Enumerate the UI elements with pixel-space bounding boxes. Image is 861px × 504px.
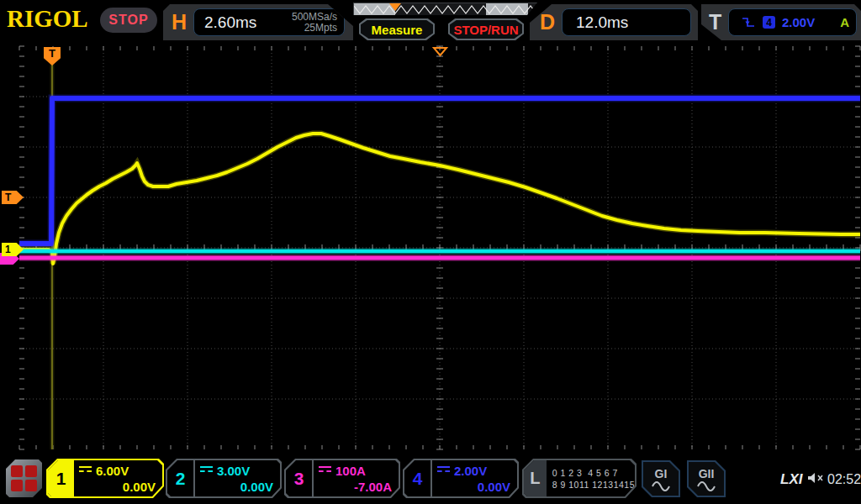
acquisition-status-badge: STOP [100,8,157,33]
channel-2-offset: 0.00V [200,480,273,494]
generator-2-button[interactable]: GII [687,460,726,497]
menu-grid-icon [11,465,37,491]
dc-coupling-icon [200,466,213,475]
brand-logo: RIGOL [7,5,88,33]
delay-reference-marker-icon [432,47,448,57]
trigger-position-in-memory-icon[interactable] [389,3,401,11]
channel-4-scale: 2.00V [454,464,487,478]
logic-row-0-7: 0 1 2 3 4 5 6 7 [552,468,635,478]
trigger-source-badge: 4 [763,16,775,29]
logic-channels-box[interactable]: L 0 1 2 3 4 5 6 7 8 9 1011 12131415 [522,459,637,498]
delay-label: D [540,10,555,34]
trace-halo-CH1 [19,134,860,264]
channel-4-offset: 0.00V [437,480,510,494]
trigger-display[interactable]: 4 2.00V A [728,8,857,36]
falling-edge-icon [741,16,756,29]
channel-4-box[interactable]: 4 2.00V 0.00V [403,459,519,498]
trigger-level-value: 2.00V [782,15,833,29]
channel-3-offset: -7.00A [319,480,392,494]
memory-zigzag-icon [354,3,538,16]
sine-wave-icon [652,481,670,491]
trigger-sweep-mode: A [840,15,849,29]
clock: 02:52 [827,472,861,487]
waveform-position-bar[interactable] [353,3,539,17]
trigger-settings-box[interactable]: T 4 2.00V A [701,4,861,40]
channel-2-scale: 3.00V [217,464,250,478]
channel-3-box[interactable]: 3 100A -7.00A [284,459,400,498]
channel-2-tab[interactable]: 2 [167,460,195,496]
oscilloscope-screen: RIGOL STOP H 2.60ms 500MSa/s 25Mpts Meas… [0,0,861,504]
memory-depth-value: 25Mpts [292,23,337,34]
channel-3-scale: 100A [335,464,366,478]
dc-coupling-icon [437,466,450,475]
generator-1-label: GI [655,467,668,480]
generator-2-label: GII [699,467,715,480]
waveform-display[interactable] [0,0,861,504]
sample-rate-display: 500MSa/s 25Mpts [292,12,337,34]
run-stop-button-label: STOP/RUN [450,20,522,39]
measure-button[interactable]: Measure [359,18,435,40]
trigger-label: T [709,10,721,34]
speaker-muted-icon [807,472,826,484]
logic-channel-numbers: 0 1 2 3 4 5 6 7 8 9 1011 12131415 [547,460,635,496]
lxi-status-indicator: LXI [780,471,802,488]
timebase-value: 2.60ms [204,13,292,32]
dc-coupling-icon [79,466,92,475]
run-stop-button[interactable]: STOP/RUN [448,18,524,40]
logic-tab[interactable]: L [524,460,547,496]
trace-CH1 [19,134,860,264]
channel-1-offset: 0.00V [79,480,156,494]
generator-1-button[interactable]: GI [642,460,680,497]
horizontal-label: H [172,10,187,34]
dc-coupling-icon [319,466,331,475]
channel-1-box[interactable]: 1 6.00V 0.00V [46,459,164,498]
delay-display[interactable]: 12.0ms [562,8,691,36]
sine-wave-icon [697,481,716,491]
channel-1-tab[interactable]: 1 [48,460,74,496]
delay-value: 12.0ms [576,13,628,32]
sample-rate-value: 500MSa/s [292,12,337,23]
channel-1-scale: 6.00V [96,464,129,478]
channel-2-box[interactable]: 2 3.00V 0.00V [166,459,282,498]
delay-settings-box[interactable]: D 12.0ms [530,4,698,40]
measure-button-label: Measure [361,20,433,39]
logic-row-8-15: 8 9 1011 12131415 [552,480,635,490]
menu-button[interactable] [6,459,42,497]
horizontal-settings-box[interactable]: H 2.60ms 500MSa/s 25Mpts [163,4,353,40]
channel-3-tab[interactable]: 3 [286,460,314,496]
timebase-display[interactable]: 2.60ms 500MSa/s 25Mpts [193,8,345,36]
channel-4-tab[interactable]: 4 [404,460,432,496]
